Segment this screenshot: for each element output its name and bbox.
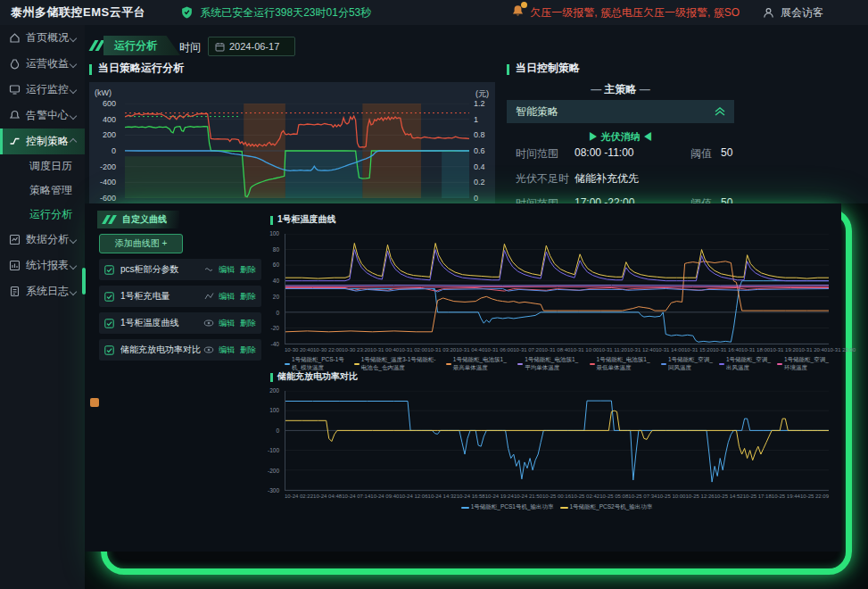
- checkbox-icon[interactable]: [104, 292, 114, 302]
- sidebar-subitem-strategy-management[interactable]: 策略管理: [0, 178, 85, 203]
- threshold-value: 50: [721, 146, 739, 162]
- legend-item[interactable]: 1号储能柜_电池簇1_最低单体温度: [590, 356, 655, 372]
- axis-tick: 10-25 17:18: [743, 494, 772, 499]
- eye-icon[interactable]: [203, 319, 214, 328]
- checkbox-icon[interactable]: [104, 265, 114, 275]
- plot-area[interactable]: [285, 391, 829, 491]
- eye-icon[interactable]: [203, 345, 214, 354]
- modal-slashes-decoration: [104, 215, 117, 224]
- money-bag-icon: [9, 58, 21, 70]
- sidebar-item-monitoring[interactable]: 运行监控: [0, 77, 85, 103]
- sidebar-item-label: 告警中心: [26, 108, 70, 123]
- axis-tick: 10-31 07:20: [513, 347, 541, 353]
- axis-tick: 10-31 14:00: [656, 347, 684, 353]
- header-bar: 泰州多储联控EMS云平台 系统已安全运行398天23时01分53秒 欠压一级报警…: [0, 0, 868, 25]
- section-accent-bar: [89, 64, 92, 75]
- smart-strategy-header[interactable]: 智能策略: [507, 100, 734, 123]
- monitor-icon: [9, 84, 21, 95]
- legend-item[interactable]: 1号储能柜_PCS1号机_输出功率: [461, 503, 554, 511]
- alarm-ticker[interactable]: 欠压一级报警, 簇总电压欠压一级报警, 簇SO: [530, 5, 740, 21]
- axis-tick: 10-31 04:40: [456, 347, 484, 353]
- sidebar-item-alarm-center[interactable]: 告警中心: [0, 103, 85, 129]
- curve-list-item[interactable]: 储能充放电功率对比 编辑 删除: [99, 339, 261, 361]
- chevron-down-icon: [70, 60, 77, 67]
- modal-title-banner: 自定义曲线: [97, 211, 179, 228]
- axis-tick: 10-31 20:40: [798, 347, 827, 353]
- shield-icon: [181, 6, 193, 19]
- axis-tick: 10-31 03:20: [427, 347, 456, 353]
- axis-tick: 10-31 18:00: [741, 347, 770, 353]
- tab-slashes-decoration: [92, 40, 104, 51]
- axis-tick: 10-25 07:34: [628, 494, 657, 499]
- sidebar-item-label: 运行监控: [26, 82, 70, 97]
- scrollbar-thumb[interactable]: [82, 268, 86, 294]
- line-chart-icon: [204, 265, 214, 274]
- legend-item[interactable]: 1号储能柜_电池簇1_平均单体温度: [517, 356, 583, 372]
- delete-link[interactable]: 删除: [240, 344, 256, 356]
- time-label: 时间: [179, 40, 201, 55]
- legend-item[interactable]: 1号储能柜_空调_环境温度: [777, 356, 829, 372]
- y-axis-ticks: 2001000-100-200-300: [252, 391, 279, 491]
- chart-legend[interactable]: 1号储能柜_PCS1号机_输出功率1号储能柜_PCS2号机_输出功率: [285, 503, 829, 511]
- floating-button[interactable]: [90, 398, 99, 407]
- curve-name: 1号柜温度曲线: [120, 317, 203, 329]
- y-axis-ticks-right: 1.210.80.60.40.20: [474, 104, 500, 198]
- chevron-down-icon: [70, 34, 77, 41]
- edit-link[interactable]: 编辑: [219, 344, 235, 356]
- axis-tick: 10-25 19:44: [772, 494, 800, 499]
- sidebar-item-label: 运营收益: [26, 56, 70, 71]
- plot-area[interactable]: [285, 234, 829, 344]
- strategy-icon: [9, 136, 21, 147]
- sidebar: 首页概况 运营收益 运行监控 告警中心 控制策略 调度日历 策略管理 运行分析 …: [0, 25, 85, 589]
- user-account[interactable]: 展会访客: [763, 5, 823, 21]
- sidebar-subitem-schedule-calendar[interactable]: 调度日历: [0, 154, 85, 178]
- legend-item[interactable]: 1号储能柜_PCS2号机_输出功率: [560, 503, 653, 511]
- checkbox-icon[interactable]: [104, 345, 114, 355]
- edit-link[interactable]: 编辑: [219, 291, 235, 303]
- sidebar-item-system-log[interactable]: 系统日志: [0, 278, 85, 304]
- strategy-mode-label[interactable]: 光伏消纳: [507, 130, 734, 144]
- sidebar-item-revenue[interactable]: 运营收益: [0, 51, 85, 77]
- row-label: 时间范围: [516, 146, 575, 162]
- edit-link[interactable]: 编辑: [219, 318, 235, 329]
- x-axis-labels: 10-24 02:2210-24 04:4810-24 07:1410-24 0…: [285, 494, 829, 499]
- sidebar-item-reports[interactable]: 统计报表: [0, 253, 85, 278]
- data-analysis-icon: [9, 234, 21, 245]
- axis-tick: 10-30 22:00: [313, 347, 342, 353]
- sidebar-subitem-run-analysis[interactable]: 运行分析: [0, 203, 85, 227]
- axis-tick: 10-31 08:40: [541, 347, 570, 353]
- sidebar-item-label: 控制策略: [26, 134, 70, 149]
- axis-tick: 10-24 14:32: [428, 494, 457, 499]
- sidebar-item-label: 统计报表: [26, 258, 70, 273]
- legend-item[interactable]: 1号储能柜_温度3-1号储能柜-电池仓_仓内温度: [354, 356, 440, 372]
- app-root: 泰州多储联控EMS云平台 系统已安全运行398天23时01分53秒 欠压一级报警…: [0, 0, 868, 589]
- axis-tick: 10-31 12:40: [627, 347, 656, 353]
- plot-area[interactable]: [125, 104, 469, 198]
- checkbox-icon[interactable]: [104, 319, 114, 328]
- alarm-badge: [521, 2, 527, 8]
- y-axis-ticks-left: 6004002000-200-400-600: [89, 104, 120, 198]
- axis-tick: 10-31 06:00: [484, 347, 513, 353]
- curve-list-item[interactable]: pcs柜部分参数 编辑 删除: [99, 259, 261, 280]
- sidebar-item-home[interactable]: 首页概况: [0, 25, 85, 51]
- edit-link[interactable]: 编辑: [219, 264, 235, 276]
- alarm-bell-icon[interactable]: [511, 4, 525, 21]
- axis-tick: 10-31 11:20: [599, 347, 627, 353]
- axis-tick: 10-31 02:00: [399, 347, 427, 353]
- strategy-row: 时间范围 08:00 -11:00 阈值 50: [516, 146, 739, 162]
- sidebar-item-control-strategy[interactable]: 控制策略: [0, 129, 85, 154]
- curve-list-item[interactable]: 1号柜温度曲线 编辑 删除: [99, 312, 261, 334]
- axis-tick: 10-31 15:20: [684, 347, 713, 353]
- legend-item[interactable]: 1号储能柜_空调_回风温度: [661, 356, 713, 372]
- axis-tick: 10-31 16:40: [713, 347, 741, 353]
- add-curve-button[interactable]: 添加曲线图 +: [99, 234, 183, 253]
- curve-list-item[interactable]: 1号柜充电量 编辑 删除: [99, 286, 261, 307]
- section-accent-bar: [507, 64, 509, 75]
- legend-item[interactable]: 1号储能柜_空调_出风温度: [719, 356, 771, 372]
- date-picker[interactable]: 2024-06-17: [208, 37, 295, 56]
- legend-item[interactable]: 1号储能柜_电池簇1_最高单体温度: [446, 356, 511, 372]
- chart-accent-bar: [270, 216, 273, 225]
- chart-legend[interactable]: 1号储能柜_PCS-1号机_模块温度1号储能柜_温度3-1号储能柜-电池仓_仓内…: [285, 356, 829, 372]
- axis-tick: 10-31 00:40: [370, 347, 399, 353]
- sidebar-item-data-analysis[interactable]: 数据分析: [0, 227, 85, 253]
